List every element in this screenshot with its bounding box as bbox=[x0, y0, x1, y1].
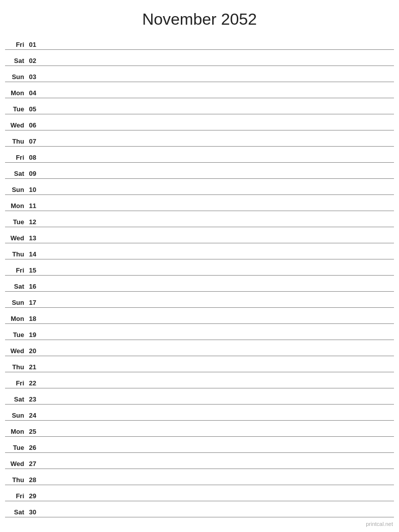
day-line bbox=[40, 403, 394, 403]
day-name: Wed bbox=[5, 234, 26, 242]
day-row: Fri08 bbox=[5, 147, 394, 163]
day-name: Sat bbox=[5, 57, 26, 64]
day-line bbox=[40, 112, 394, 113]
day-name: Sun bbox=[5, 186, 26, 193]
day-name: Wed bbox=[5, 347, 26, 355]
calendar-grid: Fri01Sat02Sun03Mon04Tue05Wed06Thu07Fri08… bbox=[0, 34, 399, 517]
day-row: Sun24 bbox=[5, 405, 394, 421]
day-line bbox=[40, 145, 394, 145]
day-line bbox=[40, 354, 394, 355]
day-row: Fri22 bbox=[5, 372, 394, 388]
day-line bbox=[40, 225, 394, 226]
day-number: 24 bbox=[26, 412, 40, 419]
day-line bbox=[40, 322, 394, 322]
day-name: Fri bbox=[5, 379, 26, 387]
day-row: Sun17 bbox=[5, 292, 394, 308]
watermark: printcal.net bbox=[366, 521, 393, 527]
day-number: 28 bbox=[26, 476, 40, 484]
day-number: 29 bbox=[26, 492, 40, 500]
day-line bbox=[40, 435, 394, 435]
day-number: 09 bbox=[26, 170, 40, 177]
day-name: Mon bbox=[5, 428, 26, 435]
day-row: Thu14 bbox=[5, 243, 394, 259]
day-name: Sun bbox=[5, 73, 26, 81]
day-line bbox=[40, 370, 394, 371]
day-number: 19 bbox=[26, 331, 40, 339]
day-name: Sat bbox=[5, 283, 26, 290]
day-line bbox=[40, 177, 394, 177]
day-row: Sat30 bbox=[5, 501, 394, 517]
day-number: 10 bbox=[26, 186, 40, 193]
day-name: Fri bbox=[5, 154, 26, 161]
day-row: Mon04 bbox=[5, 82, 394, 98]
day-row: Tue12 bbox=[5, 211, 394, 227]
day-row: Wed13 bbox=[5, 227, 394, 243]
day-row: Fri01 bbox=[5, 34, 394, 50]
day-line bbox=[40, 419, 394, 419]
day-row: Sat23 bbox=[5, 388, 394, 405]
day-name: Thu bbox=[5, 476, 26, 484]
day-row: Sat09 bbox=[5, 163, 394, 179]
day-number: 03 bbox=[26, 73, 40, 81]
day-name: Sun bbox=[5, 412, 26, 419]
day-number: 13 bbox=[26, 234, 40, 242]
day-line bbox=[40, 499, 394, 500]
day-number: 26 bbox=[26, 444, 40, 451]
day-name: Mon bbox=[5, 315, 26, 322]
day-line bbox=[40, 64, 394, 64]
day-name: Tue bbox=[5, 105, 26, 113]
day-line bbox=[40, 306, 394, 306]
day-number: 11 bbox=[26, 202, 40, 210]
day-number: 05 bbox=[26, 105, 40, 113]
day-line bbox=[40, 257, 394, 258]
day-line bbox=[40, 96, 394, 97]
day-row: Wed06 bbox=[5, 114, 394, 130]
day-line bbox=[40, 290, 394, 290]
day-number: 06 bbox=[26, 121, 40, 129]
day-row: Mon25 bbox=[5, 421, 394, 437]
day-name: Thu bbox=[5, 138, 26, 145]
day-number: 16 bbox=[26, 283, 40, 290]
day-number: 21 bbox=[26, 363, 40, 371]
day-row: Wed27 bbox=[5, 453, 394, 469]
day-line bbox=[40, 80, 394, 81]
day-row: Tue19 bbox=[5, 324, 394, 340]
day-name: Wed bbox=[5, 121, 26, 129]
day-number: 18 bbox=[26, 315, 40, 322]
day-line bbox=[40, 467, 394, 468]
day-number: 23 bbox=[26, 395, 40, 403]
day-row: Thu28 bbox=[5, 469, 394, 485]
day-number: 17 bbox=[26, 299, 40, 306]
day-number: 12 bbox=[26, 218, 40, 226]
day-number: 01 bbox=[26, 41, 40, 48]
day-row: Mon18 bbox=[5, 308, 394, 324]
day-row: Sat16 bbox=[5, 276, 394, 292]
day-number: 22 bbox=[26, 379, 40, 387]
day-number: 02 bbox=[26, 57, 40, 64]
day-line bbox=[40, 483, 394, 484]
day-row: Mon11 bbox=[5, 195, 394, 211]
day-name: Sat bbox=[5, 508, 26, 516]
day-number: 27 bbox=[26, 460, 40, 468]
day-name: Mon bbox=[5, 89, 26, 97]
day-row: Sat02 bbox=[5, 50, 394, 66]
day-name: Mon bbox=[5, 202, 26, 210]
day-row: Wed20 bbox=[5, 340, 394, 356]
day-name: Fri bbox=[5, 41, 26, 48]
day-name: Fri bbox=[5, 492, 26, 500]
day-row: Sun10 bbox=[5, 179, 394, 195]
day-row: Fri29 bbox=[5, 485, 394, 501]
day-line bbox=[40, 338, 394, 339]
day-row: Fri15 bbox=[5, 259, 394, 276]
day-line bbox=[40, 128, 394, 129]
day-name: Sat bbox=[5, 170, 26, 177]
day-name: Thu bbox=[5, 250, 26, 258]
page-title: November 2052 bbox=[0, 0, 399, 34]
day-number: 25 bbox=[26, 428, 40, 435]
day-line bbox=[40, 241, 394, 242]
day-row: Thu07 bbox=[5, 130, 394, 147]
day-line bbox=[40, 209, 394, 210]
day-line bbox=[40, 161, 394, 161]
day-line bbox=[40, 515, 394, 516]
day-line bbox=[40, 386, 394, 387]
